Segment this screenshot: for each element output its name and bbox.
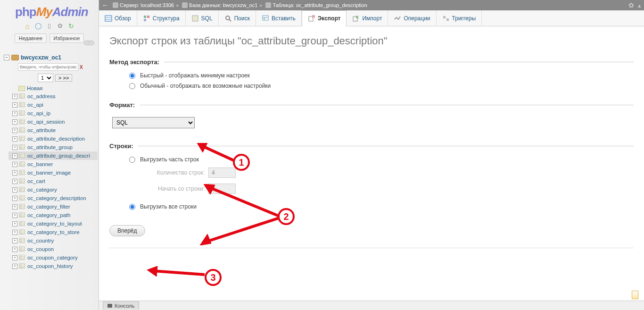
table-link[interactable]: oc_banner_image	[27, 170, 71, 176]
clear-filter-icon[interactable]: X	[80, 65, 83, 70]
tree-item-table[interactable]: +oc_attribute	[8, 126, 98, 134]
plus-icon[interactable]: +	[12, 187, 17, 193]
db-link[interactable]: bwcycxzw_oc1	[223, 2, 257, 8]
table-link[interactable]: oc_attribute_group	[27, 144, 73, 150]
plus-icon[interactable]: +	[12, 264, 17, 269]
table-link[interactable]: oc_coupon_category	[27, 255, 78, 260]
table-link[interactable]: oc_cart	[27, 178, 45, 184]
plus-icon[interactable]: +	[12, 230, 17, 235]
next-page-button[interactable]: > >>	[55, 74, 72, 82]
logout-icon[interactable]: ◯	[34, 22, 42, 30]
tree-item-table[interactable]: +oc_category_to_store	[8, 228, 98, 236]
plus-icon[interactable]: +	[12, 179, 17, 184]
logo[interactable]: phpMyAdmin	[0, 0, 99, 21]
back-icon[interactable]: ←	[102, 1, 108, 9]
table-link[interactable]: oc_attribute_group_descri	[27, 153, 90, 159]
export-method-custom-row[interactable]: Обычный - отображать все возможные настр…	[109, 81, 634, 91]
plus-icon[interactable]: +	[12, 119, 17, 125]
table-link[interactable]: oc_attribute	[27, 127, 56, 133]
plus-icon[interactable]: +	[12, 213, 17, 218]
plus-icon[interactable]: +	[12, 170, 17, 176]
tab-browse[interactable]: Обзор	[99, 10, 137, 26]
tab-search[interactable]: Поиск	[219, 10, 256, 26]
table-link[interactable]: oc_category_path	[27, 212, 70, 218]
tab-triggers[interactable]: Триггеры	[437, 10, 482, 26]
tab-import[interactable]: Импорт	[347, 10, 388, 26]
plus-icon[interactable]: +	[12, 102, 17, 108]
plus-icon[interactable]: +	[12, 162, 17, 167]
tree-item-table[interactable]: +oc_banner	[8, 160, 98, 168]
minus-icon[interactable]: −	[4, 55, 9, 60]
dump-some-row[interactable]: Выгрузить часть строк	[109, 154, 634, 165]
tree-item-table[interactable]: +oc_attribute_group	[8, 143, 98, 151]
tree-item-table[interactable]: +oc_category_path	[8, 211, 98, 219]
tree-item-table[interactable]: +oc_coupon_category	[8, 253, 98, 262]
db-tree-root[interactable]: − bwcycxzw_oc1	[1, 53, 98, 62]
page-settings-icon[interactable]: ✿	[628, 1, 634, 9]
console-toggle[interactable]: Консоль	[103, 302, 139, 310]
plus-icon[interactable]: +	[12, 221, 17, 226]
tree-item-table[interactable]: +oc_api_session	[8, 117, 98, 126]
server-link[interactable]: localhost:3306	[140, 2, 174, 8]
plus-icon[interactable]: +	[12, 136, 17, 142]
tree-item-table[interactable]: +oc_category_filter	[8, 202, 98, 211]
recent-button[interactable]: Недавнее	[15, 34, 47, 43]
table-link[interactable]: oc_attribute_group_description	[296, 2, 367, 8]
plus-icon[interactable]: +	[12, 196, 17, 201]
table-link[interactable]: oc_attribute_description	[27, 136, 85, 142]
tree-item-table[interactable]: +oc_api_ip	[8, 109, 98, 117]
tree-item-table[interactable]: +oc_cart	[8, 177, 98, 185]
table-link[interactable]: oc_category_to_store	[27, 229, 80, 235]
tree-item-table[interactable]: +oc_country	[8, 236, 98, 245]
tree-item-table[interactable]: +oc_category	[8, 185, 98, 194]
plus-icon[interactable]: +	[12, 204, 17, 209]
home-icon[interactable]: ⌂	[24, 22, 31, 30]
table-link[interactable]: oc_country	[27, 238, 54, 243]
tab-operations[interactable]: Операции	[388, 10, 436, 26]
tree-item-table[interactable]: +oc_api	[8, 101, 98, 109]
reload-icon[interactable]: ↻	[67, 22, 75, 30]
plus-icon[interactable]: +	[12, 153, 17, 159]
collapse-handle-icon[interactable]: ⋯	[84, 41, 94, 45]
table-link[interactable]: oc_banner	[27, 161, 53, 167]
favorite-button[interactable]: Избранное	[50, 34, 84, 43]
table-link[interactable]: oc_category_filter	[27, 204, 70, 209]
page-select[interactable]: 1	[38, 74, 53, 82]
tree-item-table[interactable]: +oc_coupon_history	[8, 262, 98, 270]
table-link[interactable]: oc_api_ip	[27, 110, 50, 116]
tree-item-table[interactable]: +oc_attribute_description	[8, 134, 98, 143]
export-method-quick-radio[interactable]	[129, 73, 135, 79]
table-link[interactable]: oc_category	[27, 187, 57, 193]
format-select[interactable]: SQL	[112, 117, 195, 128]
table-filter-input[interactable]	[18, 63, 78, 71]
plus-icon[interactable]: +	[12, 238, 17, 243]
tree-item-table[interactable]: +oc_attribute_group_descri	[8, 151, 98, 160]
table-link[interactable]: oc_category_description	[27, 195, 86, 201]
plus-icon[interactable]: +	[12, 255, 17, 260]
goto-top-icon[interactable]: ▴	[638, 2, 641, 9]
tree-item-table[interactable]: +oc_coupon	[8, 245, 98, 253]
tree-item-table[interactable]: +oc_banner_image	[8, 168, 98, 177]
tab-export[interactable]: Экспорт	[302, 10, 347, 26]
dump-all-row[interactable]: Выгрузить все строки	[109, 201, 634, 212]
table-link[interactable]: oc_coupon	[27, 246, 54, 252]
tab-sql[interactable]: SQL	[186, 10, 219, 26]
bookmark-icon[interactable]	[632, 291, 638, 299]
go-button[interactable]: Вперёд	[109, 225, 145, 236]
table-link[interactable]: oc_address	[27, 93, 55, 99]
docs-icon[interactable]: ▯	[46, 22, 53, 30]
tree-item-table[interactable]: +oc_category_description	[8, 194, 98, 202]
settings-icon[interactable]: ✿	[57, 22, 64, 30]
plus-icon[interactable]: +	[12, 145, 17, 150]
tab-structure[interactable]: Структура	[137, 10, 186, 26]
plus-icon[interactable]: +	[12, 128, 17, 133]
plus-icon[interactable]: +	[12, 94, 17, 99]
plus-icon[interactable]: +	[12, 247, 17, 252]
export-method-custom-radio[interactable]	[129, 83, 135, 89]
tree-item-table[interactable]: +oc_category_to_layout	[8, 219, 98, 228]
table-link[interactable]: oc_api	[27, 102, 43, 108]
dump-some-radio[interactable]	[129, 157, 135, 163]
tree-item-table[interactable]: +oc_address	[8, 92, 98, 101]
table-link[interactable]: oc_coupon_history	[27, 263, 73, 269]
dump-all-radio[interactable]	[129, 204, 135, 210]
